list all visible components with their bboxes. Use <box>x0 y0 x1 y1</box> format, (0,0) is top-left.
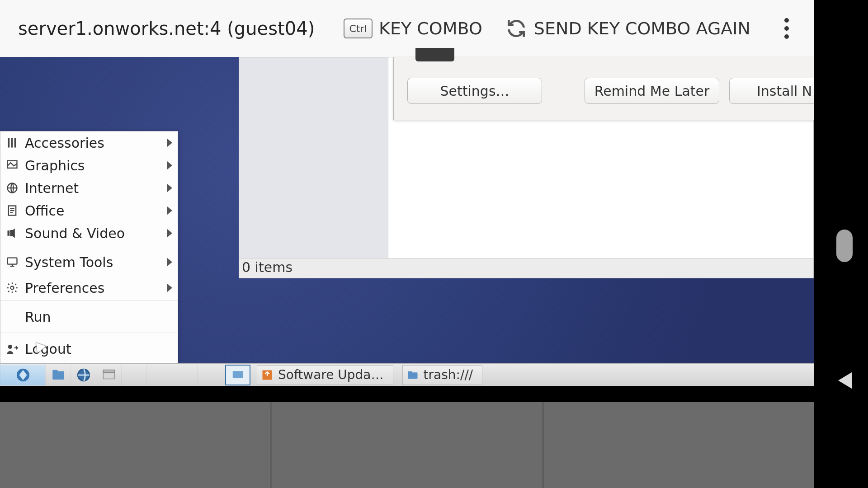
bottom-segment[interactable] <box>270 402 542 488</box>
menu-item-sound-video[interactable]: Sound & Video <box>0 222 178 244</box>
taskbar-task-software-updater[interactable]: Software Upda… <box>257 365 393 385</box>
application-menu: Accessories Graphics Internet <box>0 131 178 364</box>
send-key-combo-again-button[interactable]: SEND KEY COMBO AGAIN <box>505 17 750 40</box>
file-manager-statusbar: 0 items <box>239 258 813 278</box>
right-rail <box>814 0 868 389</box>
monitor-icon <box>5 255 19 269</box>
chevron-right-icon <box>167 284 172 292</box>
menu-item-accessories[interactable]: Accessories <box>0 131 178 154</box>
task-label: Software Upda… <box>278 367 384 382</box>
refresh-icon <box>505 17 528 40</box>
key-combo-label: KEY COMBO <box>379 19 482 38</box>
chevron-right-icon <box>167 139 172 147</box>
svg-rect-1 <box>11 138 13 148</box>
menu-item-system-tools[interactable]: System Tools <box>0 248 178 277</box>
svg-rect-17 <box>52 370 57 372</box>
taskbar-slot <box>146 365 172 385</box>
menu-separator <box>0 246 178 246</box>
menu-label: Run <box>25 309 51 325</box>
remind-later-button[interactable]: Remind Me Later <box>585 78 719 104</box>
settings-button-label: Settings… <box>440 83 509 99</box>
show-desktop-button[interactable] <box>225 365 250 385</box>
taskbar-slot <box>172 365 197 385</box>
remote-desktop-area: 0 items Settings… Remind Me Later Instal… <box>0 57 814 387</box>
accessories-icon <box>5 136 19 150</box>
terminal-launcher[interactable] <box>96 365 121 385</box>
gear-icon <box>5 281 19 295</box>
menu-label: Graphics <box>25 158 85 174</box>
nav-back-icon[interactable] <box>838 372 852 389</box>
chevron-right-icon <box>167 161 172 169</box>
chevron-right-icon <box>167 229 172 237</box>
install-now-label: Install N <box>757 83 812 99</box>
send-again-label: SEND KEY COMBO AGAIN <box>534 19 750 38</box>
session-title: server1.onworks.net:4 (guest04) <box>18 18 315 39</box>
taskbar: Software Upda… trash:/// <box>0 363 814 386</box>
taskbar-slot <box>197 365 222 385</box>
status-item-count: 0 items <box>242 259 292 275</box>
menu-label: Accessories <box>25 135 104 151</box>
task-label: trash:/// <box>424 367 473 382</box>
menu-item-office[interactable]: Office <box>0 199 178 222</box>
taskbar-task-trash[interactable]: trash:/// <box>402 365 483 385</box>
menu-item-preferences[interactable]: Preferences <box>0 277 178 299</box>
menu-label: Office <box>25 203 65 219</box>
svg-rect-9 <box>8 230 10 236</box>
menu-label: Preferences <box>25 280 104 296</box>
folder-icon <box>406 369 419 381</box>
svg-rect-24 <box>408 371 412 373</box>
svg-rect-10 <box>8 258 17 264</box>
file-manager-sidebar[interactable] <box>239 57 388 263</box>
ctrl-key-icon: Ctrl <box>344 19 373 38</box>
taskbar-slot <box>121 365 146 385</box>
settings-button[interactable]: Settings… <box>407 78 542 104</box>
updater-icon <box>261 369 274 381</box>
menu-label: System Tools <box>25 254 113 270</box>
bottom-panel <box>0 402 814 488</box>
chevron-right-icon <box>167 206 172 215</box>
svg-rect-2 <box>14 138 16 148</box>
office-icon <box>5 203 19 218</box>
blank-icon <box>5 310 19 324</box>
menu-item-internet[interactable]: Internet <box>0 177 178 199</box>
key-combo-button[interactable]: Ctrl KEY COMBO <box>344 19 482 38</box>
web-browser-launcher[interactable] <box>71 365 96 385</box>
svg-rect-21 <box>233 371 243 378</box>
chevron-right-icon <box>167 258 172 266</box>
logout-icon <box>5 342 19 356</box>
sound-video-icon <box>5 226 19 240</box>
menu-item-logout[interactable]: Logout <box>0 334 178 363</box>
globe-icon <box>5 181 19 195</box>
svg-rect-0 <box>8 138 10 148</box>
more-menu-button[interactable] <box>778 15 796 42</box>
scrollbar-thumb[interactable] <box>836 230 853 262</box>
start-menu-button[interactable] <box>0 365 45 385</box>
menu-item-run[interactable]: Run <box>0 302 178 331</box>
menu-label: Internet <box>25 180 79 196</box>
menu-separator <box>0 300 178 301</box>
chevron-right-icon <box>167 184 172 192</box>
bottom-segment[interactable] <box>0 402 270 488</box>
graphics-icon <box>5 158 19 173</box>
host-toolbar: server1.onworks.net:4 (guest04) Ctrl KEY… <box>0 0 814 57</box>
svg-point-14 <box>8 345 12 349</box>
remind-later-label: Remind Me Later <box>594 83 710 99</box>
svg-rect-20 <box>103 370 115 372</box>
software-updater-dialog[interactable]: Settings… Remind Me Later Install N <box>393 57 814 120</box>
file-manager-launcher[interactable] <box>45 365 71 385</box>
svg-point-13 <box>11 286 14 290</box>
dialog-icon <box>415 48 454 61</box>
desktop-wallpaper[interactable]: 0 items Settings… Remind Me Later Instal… <box>0 57 814 364</box>
menu-item-graphics[interactable]: Graphics <box>0 154 178 177</box>
menu-label: Sound & Video <box>25 225 125 241</box>
bottom-segment[interactable] <box>542 402 814 488</box>
menu-label: Logout <box>25 341 71 357</box>
menu-separator <box>0 333 178 333</box>
